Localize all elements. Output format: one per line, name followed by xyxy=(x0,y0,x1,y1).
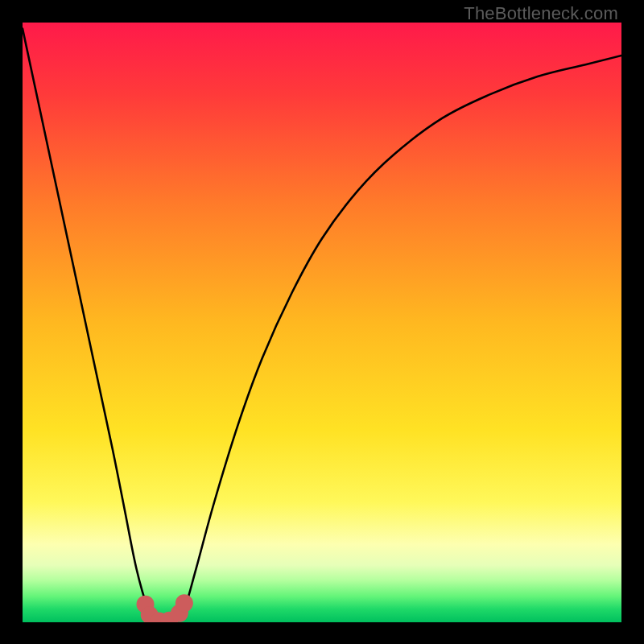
watermark-text: TheBottleneck.com xyxy=(464,3,618,24)
curve-layer xyxy=(23,23,621,622)
highlight-dots xyxy=(137,594,193,622)
highlight-dot xyxy=(175,594,193,612)
chart-frame xyxy=(23,23,621,622)
bottleneck-curve xyxy=(23,28,621,622)
